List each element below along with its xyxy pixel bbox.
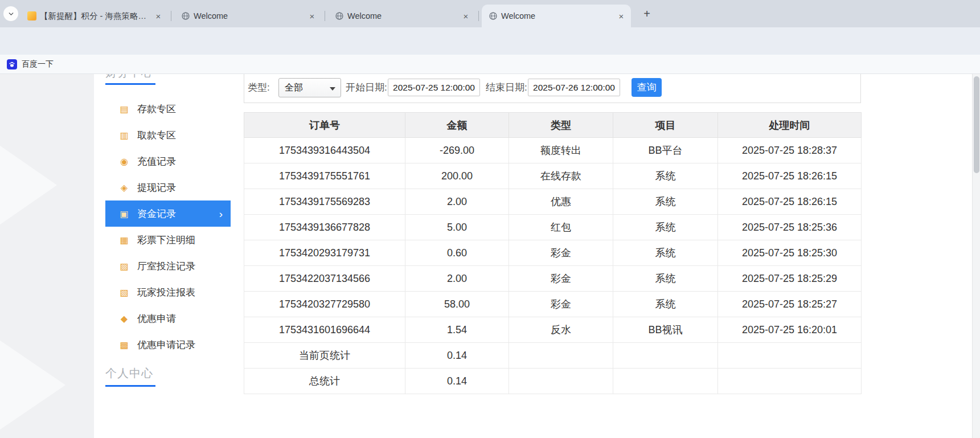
chevron-right-icon: › bbox=[219, 208, 223, 219]
sidebar-item-promo-apply[interactable]: ◆ 优惠申请 bbox=[105, 305, 231, 331]
sidebar-item-recharge-records[interactable]: ◉ 充值记录 bbox=[105, 148, 231, 174]
project-cell bbox=[613, 369, 718, 394]
section-finance-center: 财务中心 bbox=[105, 74, 153, 80]
sidebar-item-funds-records[interactable]: ▣ 资金记录 › bbox=[105, 200, 231, 227]
new-tab-button[interactable]: + bbox=[640, 7, 654, 21]
forum-favicon-icon bbox=[27, 11, 36, 21]
globe-icon bbox=[181, 11, 190, 21]
type-label: 类型: bbox=[248, 74, 270, 104]
promo-icon: ◆ bbox=[118, 313, 130, 324]
tab-welcome-1[interactable]: Welcome × bbox=[174, 5, 322, 27]
end-date-label: 结束日期: bbox=[486, 74, 527, 104]
type-select[interactable]: 全部 bbox=[278, 78, 341, 97]
project-cell: 系统 bbox=[613, 163, 718, 189]
table-row: 1753439136677828 5.00 红包 系统 2025-07-25 1… bbox=[244, 215, 862, 240]
start-date-label: 开始日期: bbox=[346, 74, 387, 104]
order-id-cell: 1753439316443504 bbox=[244, 138, 405, 163]
type-cell bbox=[509, 343, 613, 369]
close-icon[interactable]: × bbox=[461, 11, 471, 21]
header-time: 处理时间 bbox=[718, 113, 862, 138]
time-cell bbox=[718, 369, 862, 394]
sidebar-item-lottery-bet-details[interactable]: ▦ 彩票下注明细 bbox=[105, 227, 231, 253]
close-icon[interactable]: × bbox=[153, 11, 163, 21]
close-icon[interactable]: × bbox=[307, 11, 317, 21]
type-cell: 反水 bbox=[509, 317, 613, 343]
section-underline bbox=[105, 385, 155, 387]
project-cell: 系统 bbox=[613, 215, 718, 240]
sidebar-item-hall-bet-records[interactable]: ▨ 厅室投注记录 bbox=[105, 253, 231, 279]
amount-cell: 2.00 bbox=[405, 266, 509, 292]
recharge-icon: ◉ bbox=[118, 156, 130, 167]
browser-tab-bar: 【新提醒】积分 - 海燕策略论坛 × Welcome × bbox=[0, 0, 980, 27]
table-row: 1753420293179731 0.60 彩金 系统 2025-07-25 1… bbox=[244, 240, 862, 266]
bookmark-label: 百度一下 bbox=[22, 59, 54, 69]
project-cell: 系统 bbox=[613, 266, 718, 292]
filter-bar: 类型: 全部 开始日期: 结束日期: 查询 bbox=[244, 74, 861, 103]
project-cell: 系统 bbox=[613, 240, 718, 266]
report-icon: ▧ bbox=[118, 287, 130, 298]
page-content: 财务中心 ▤ 存款专区 ▥ 取款专区 ◉ 充值记录 ◈ 提现记录 bbox=[0, 74, 980, 438]
tab-welcome-active[interactable]: Welcome × bbox=[482, 5, 631, 27]
sidebar-item-deposit-area[interactable]: ▤ 存款专区 bbox=[105, 96, 231, 122]
chevron-down-icon bbox=[7, 10, 15, 18]
tab-separator bbox=[325, 11, 325, 21]
time-cell: 2025-07-25 18:25:30 bbox=[718, 240, 862, 266]
table-row: 1753420327729580 58.00 彩金 系统 2025-07-25 … bbox=[244, 292, 862, 317]
order-id-cell: 1753422037134566 bbox=[244, 266, 405, 292]
lottery-icon: ▦ bbox=[118, 235, 130, 245]
tab-search-button[interactable] bbox=[3, 6, 18, 21]
sidebar-item-withdraw-area[interactable]: ▥ 取款专区 bbox=[105, 122, 231, 148]
order-id-cell: 1753439136677828 bbox=[244, 215, 405, 240]
time-cell: 2025-07-25 18:25:27 bbox=[718, 292, 862, 317]
order-id-cell: 1753420327729580 bbox=[244, 292, 405, 317]
type-cell: 额度转出 bbox=[509, 138, 613, 163]
section-personal-center: 个人中心 bbox=[105, 366, 153, 381]
type-cell: 优惠 bbox=[509, 189, 613, 215]
withdraw-icon: ▥ bbox=[118, 130, 130, 141]
time-cell bbox=[718, 343, 862, 369]
order-id-cell: 1753439175551761 bbox=[244, 163, 405, 189]
time-cell: 2025-07-25 16:20:01 bbox=[718, 317, 862, 343]
tab-title: Welcome bbox=[347, 11, 457, 21]
close-icon[interactable]: × bbox=[616, 11, 626, 21]
promo-records-icon: ▩ bbox=[118, 339, 130, 350]
bookmarks-bar: 百度一下 bbox=[0, 55, 980, 74]
globe-icon bbox=[335, 11, 344, 21]
amount-cell: 0.14 bbox=[405, 369, 509, 394]
amount-cell: 200.00 bbox=[405, 163, 509, 189]
summary-label-cell: 总统计 bbox=[244, 369, 405, 394]
sidebar: 财务中心 ▤ 存款专区 ▥ 取款专区 ◉ 充值记录 ◈ 提现记录 bbox=[105, 74, 231, 438]
type-select-value: 全部 bbox=[285, 82, 303, 94]
decorative-strip bbox=[0, 74, 94, 438]
amount-cell: 5.00 bbox=[405, 215, 509, 240]
project-cell bbox=[613, 343, 718, 369]
table-header-row: 订单号 金额 类型 项目 处理时间 bbox=[244, 113, 862, 138]
tab-welcome-2[interactable]: Welcome × bbox=[328, 5, 475, 27]
type-cell: 彩金 bbox=[509, 292, 613, 317]
decorative-triangle bbox=[0, 337, 65, 433]
time-cell: 2025-07-25 18:25:29 bbox=[718, 266, 862, 292]
bookmark-baidu[interactable]: 百度一下 bbox=[7, 57, 54, 72]
header-project: 项目 bbox=[613, 113, 718, 138]
amount-cell: 2.00 bbox=[405, 189, 509, 215]
cashout-icon: ◈ bbox=[118, 182, 130, 193]
amount-cell: 0.14 bbox=[405, 343, 509, 369]
decorative-triangle bbox=[0, 134, 57, 236]
scrollbar-thumb[interactable] bbox=[974, 76, 979, 173]
sidebar-item-promo-apply-records[interactable]: ▩ 优惠申请记录 bbox=[105, 331, 231, 358]
table-row-grand-total: 总统计 0.14 bbox=[244, 369, 862, 394]
end-date-input[interactable] bbox=[528, 79, 620, 96]
header-order-id: 订单号 bbox=[244, 113, 405, 138]
tab-forum[interactable]: 【新提醒】积分 - 海燕策略论坛 × bbox=[20, 5, 168, 27]
hall-bets-icon: ▨ bbox=[118, 261, 130, 272]
section-underline bbox=[105, 83, 155, 85]
header-type: 类型 bbox=[509, 113, 613, 138]
search-button[interactable]: 查询 bbox=[632, 78, 662, 97]
amount-cell: 1.54 bbox=[405, 317, 509, 343]
browser-toolbar: js13.cc/hhcp/usercenter.html?iniType=6 bbox=[0, 27, 980, 55]
sidebar-item-player-bet-report[interactable]: ▧ 玩家投注报表 bbox=[105, 279, 231, 305]
sidebar-item-cashout-records[interactable]: ◈ 提现记录 bbox=[105, 174, 231, 200]
type-cell: 红包 bbox=[509, 215, 613, 240]
start-date-input[interactable] bbox=[388, 79, 480, 96]
funds-icon: ▣ bbox=[118, 208, 130, 219]
